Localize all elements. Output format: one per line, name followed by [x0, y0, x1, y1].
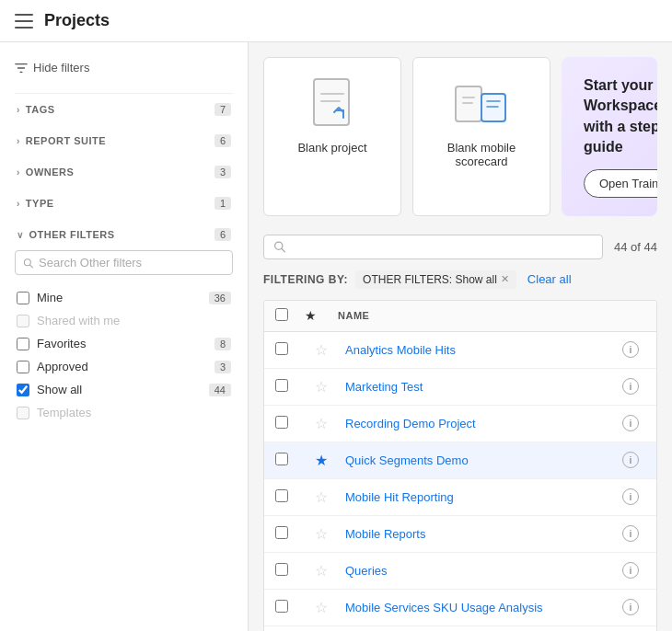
mine-checkbox[interactable] [17, 292, 29, 304]
filter-option-templates: Templates [15, 401, 233, 424]
row-checkbox-cell [275, 489, 305, 505]
filter-option-favorites: Favorites 8 [15, 332, 233, 355]
search-other-filters-container [15, 250, 233, 275]
svg-line-27 [282, 249, 284, 252]
row-star[interactable]: ☆ [305, 488, 338, 506]
table-row[interactable]: ☆ Mobile Hit Reporting i [264, 479, 656, 516]
filter-owners-row[interactable]: › OWNERS 3 [15, 156, 233, 188]
row-star[interactable]: ☆ [305, 562, 338, 579]
blank-mobile-icon [432, 76, 531, 132]
table-header: ★ NAME [264, 301, 656, 332]
filtering-row: FILTERING BY: OTHER FILTERS: Show all ✕ … [263, 270, 657, 289]
info-icon[interactable]: i [622, 341, 639, 358]
row-checkbox-cell [275, 526, 305, 542]
table-row[interactable]: ★ Quick Segments Demo i [264, 442, 656, 479]
row-star[interactable]: ☆ [305, 378, 338, 396]
table-row[interactable]: ☆ New Mobile Visitor Research i [264, 626, 656, 631]
table-row[interactable]: ☆ Queries i [264, 553, 656, 590]
header-checkbox-cell [275, 308, 305, 324]
filter-tags-row[interactable]: › TAGS 7 [15, 94, 233, 125]
filter-report-suite-row[interactable]: › REPORT SUITE 6 [15, 125, 233, 156]
star-icon: ★ [305, 308, 317, 323]
row-checkbox-cell [275, 563, 305, 579]
favorites-checkbox[interactable] [17, 338, 29, 350]
info-icon[interactable]: i [622, 378, 639, 395]
chevron-right-icon: › [17, 199, 20, 209]
blank-mobile-label: Blank mobile scorecard [432, 141, 531, 168]
info-icon[interactable]: i [622, 452, 639, 468]
remove-filter-button[interactable]: ✕ [501, 273, 509, 285]
main-content: Blank project Blank mobile scorecard [249, 42, 672, 631]
search-icon [273, 240, 285, 253]
active-filter-tag: OTHER FILTERS: Show all ✕ [355, 270, 516, 289]
row-checkbox-cell [275, 379, 305, 395]
chevron-right-icon: › [17, 105, 20, 115]
row-name: Queries [338, 564, 616, 578]
row-info: i [616, 378, 645, 395]
table-row[interactable]: ☆ Mobile Reports i [264, 516, 656, 553]
row-name: Marketing Test [338, 380, 616, 394]
row-checkbox[interactable] [275, 600, 288, 613]
header-star-cell: ★ [305, 308, 338, 323]
filter-option-shared: Shared with me [15, 309, 233, 332]
open-training-tutorial-button[interactable]: Open Training Tutorial [584, 169, 657, 198]
filter-type-row[interactable]: › TYPE 1 [15, 188, 233, 219]
info-icon[interactable]: i [622, 599, 639, 615]
blank-project-card[interactable]: Blank project [263, 57, 401, 216]
row-info: i [616, 525, 645, 542]
search-icon [23, 258, 33, 269]
search-other-filters-input[interactable] [39, 256, 225, 270]
table-row[interactable]: ☆ Marketing Test i [264, 369, 656, 406]
approved-checkbox[interactable] [17, 361, 29, 373]
row-checkbox-cell [275, 416, 305, 431]
table-row[interactable]: ☆ Recording Demo Project i [264, 406, 656, 442]
row-checkbox[interactable] [275, 563, 288, 576]
row-info: i [616, 599, 645, 615]
page-title: Projects [44, 11, 110, 30]
row-checkbox[interactable] [275, 453, 288, 465]
info-icon[interactable]: i [622, 488, 639, 505]
filter-other-header[interactable]: ∨ OTHER FILTERS 6 [15, 219, 233, 250]
hide-filters-button[interactable]: Hide filters [15, 57, 89, 78]
page-body: Hide filters › TAGS 7 › REPORT SUITE 6 [0, 42, 672, 631]
project-search-input[interactable] [293, 240, 593, 254]
filter-option-approved: Approved 3 [15, 355, 233, 378]
clear-all-button[interactable]: Clear all [527, 272, 572, 286]
filter-bar: 44 of 44 [263, 235, 657, 259]
filter-option-show-all: Show all 44 [15, 378, 233, 401]
row-star[interactable]: ☆ [305, 525, 338, 543]
menu-icon[interactable] [15, 14, 33, 29]
row-checkbox[interactable] [275, 526, 288, 539]
promo-text: Start your Workspace Project with a step… [584, 75, 657, 198]
blank-mobile-card[interactable]: Blank mobile scorecard [412, 57, 550, 216]
row-checkbox[interactable] [275, 379, 288, 392]
filter-option-mine: Mine 36 [15, 286, 233, 309]
filter-icon [15, 62, 28, 75]
row-checkbox[interactable] [275, 342, 288, 355]
row-star-active[interactable]: ★ [305, 452, 338, 469]
show-all-checkbox[interactable] [17, 384, 29, 396]
col-name-header: NAME [338, 310, 616, 321]
row-star[interactable]: ☆ [305, 415, 338, 432]
shared-checkbox [17, 315, 29, 327]
row-info: i [616, 562, 645, 579]
table-row[interactable]: ☆ Mobile Services SKU Usage Analysis i [264, 590, 656, 626]
row-info: i [616, 488, 645, 505]
row-checkbox[interactable] [275, 489, 288, 502]
info-icon[interactable]: i [622, 415, 639, 431]
row-checkbox[interactable] [275, 416, 288, 429]
banner-area: Blank project Blank mobile scorecard [263, 57, 657, 216]
promo-heading: Start your Workspace Project with a step… [584, 75, 657, 158]
info-icon[interactable]: i [622, 525, 639, 542]
row-info: i [616, 415, 645, 431]
select-all-checkbox[interactable] [275, 308, 288, 321]
row-name: Mobile Reports [338, 527, 616, 541]
info-icon[interactable]: i [622, 562, 639, 579]
chevron-right-icon: › [17, 136, 20, 146]
row-star[interactable]: ☆ [305, 599, 338, 616]
row-name: Mobile Services SKU Usage Analysis [338, 601, 616, 614]
row-star[interactable]: ☆ [305, 341, 338, 359]
row-checkbox-cell [275, 342, 305, 358]
svg-rect-6 [481, 94, 505, 121]
table-row[interactable]: ☆ Analytics Mobile Hits i [264, 332, 656, 369]
